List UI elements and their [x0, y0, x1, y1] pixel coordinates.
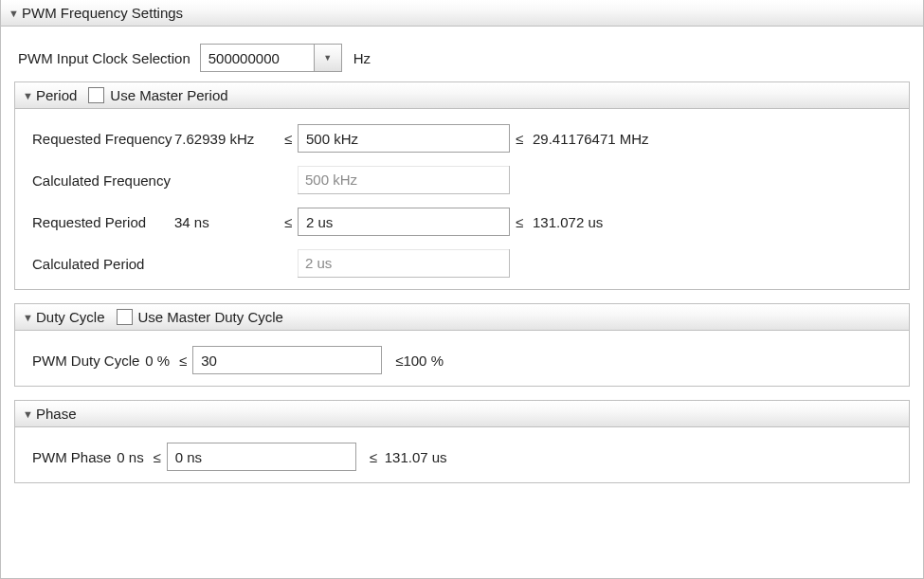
use-master-period-label: Use Master Period: [110, 87, 227, 103]
phase-max: 131.07 us: [385, 449, 447, 465]
req-freq-label: Requested Frequency: [32, 131, 174, 147]
phase-min: 0 ns: [117, 449, 143, 465]
chevron-down-icon: ▼: [9, 8, 22, 19]
le-symbol: ≤: [395, 353, 403, 369]
calc-freq-value: [298, 166, 510, 194]
main-title: PWM Frequency Settings: [22, 5, 183, 21]
clock-unit: Hz: [353, 50, 371, 66]
req-freq-max: 29.41176471 MHz: [533, 131, 892, 147]
use-master-duty-label: Use Master Duty Cycle: [138, 309, 283, 325]
le-symbol: ≤: [279, 131, 298, 147]
req-period-label: Requested Period: [32, 214, 174, 230]
period-title: Period: [36, 87, 77, 103]
calc-period-value: [298, 249, 510, 278]
duty-header[interactable]: ▼ Duty Cycle Use Master Duty Cycle: [15, 304, 909, 331]
calc-period-label: Calculated Period: [32, 256, 174, 272]
requested-frequency-row: Requested Frequency 7.62939 kHz ≤ ≤ 29.4…: [32, 124, 892, 153]
phase-label: PWM Phase: [32, 449, 111, 465]
le-symbol: ≤: [173, 353, 192, 369]
use-master-duty-checkbox[interactable]: [117, 309, 133, 325]
le-symbol: ≤: [370, 449, 385, 465]
phase-row: PWM Phase 0 ns ≤ ≤ 131.07 us: [32, 443, 892, 471]
le-symbol: ≤: [279, 214, 298, 230]
calculated-frequency-row: Calculated Frequency: [32, 166, 892, 194]
duty-input[interactable]: [192, 346, 382, 374]
clock-combo[interactable]: 500000000 ▼: [200, 44, 342, 72]
requested-period-row: Requested Period 34 ns ≤ ≤ 131.072 us: [32, 208, 892, 236]
calc-freq-label: Calculated Frequency: [32, 172, 174, 189]
phase-input[interactable]: [167, 443, 356, 471]
clock-selection-row: PWM Input Clock Selection 500000000 ▼ Hz: [18, 44, 906, 72]
req-period-max: 131.072 us: [533, 214, 892, 230]
duty-cycle-section: ▼ Duty Cycle Use Master Duty Cycle PWM D…: [14, 303, 910, 387]
pwm-frequency-settings-panel: ▼ PWM Frequency Settings PWM Input Clock…: [0, 0, 924, 579]
duty-max: 100 %: [403, 353, 444, 369]
period-section: ▼ Period Use Master Period Requested Fre…: [14, 81, 910, 290]
req-period-min: 34 ns: [174, 214, 279, 230]
duty-title: Duty Cycle: [36, 309, 105, 325]
le-symbol: ≤: [510, 214, 533, 230]
duty-min: 0 %: [145, 353, 170, 369]
phase-header[interactable]: ▼ Phase: [15, 401, 909, 427]
dropdown-icon[interactable]: ▼: [314, 44, 342, 72]
period-header[interactable]: ▼ Period Use Master Period: [15, 82, 909, 109]
duty-cycle-row: PWM Duty Cycle 0 % ≤ ≤ 100 %: [32, 346, 892, 374]
main-header[interactable]: ▼ PWM Frequency Settings: [1, 0, 923, 27]
chevron-down-icon: ▼: [23, 312, 36, 323]
phase-title: Phase: [36, 406, 77, 422]
le-symbol: ≤: [510, 131, 533, 147]
chevron-down-icon: ▼: [23, 90, 36, 101]
use-master-period-checkbox[interactable]: [88, 87, 104, 103]
clock-label: PWM Input Clock Selection: [18, 50, 190, 66]
le-symbol: ≤: [148, 449, 167, 465]
chevron-down-icon: ▼: [23, 408, 36, 420]
phase-section: ▼ Phase PWM Phase 0 ns ≤ ≤ 131.07 us: [14, 400, 910, 483]
req-period-input[interactable]: [298, 208, 510, 236]
req-freq-input[interactable]: [298, 124, 510, 153]
req-freq-min: 7.62939 kHz: [174, 131, 279, 147]
clock-value[interactable]: 500000000: [200, 44, 314, 72]
duty-label: PWM Duty Cycle: [32, 353, 139, 369]
calculated-period-row: Calculated Period: [32, 249, 892, 278]
